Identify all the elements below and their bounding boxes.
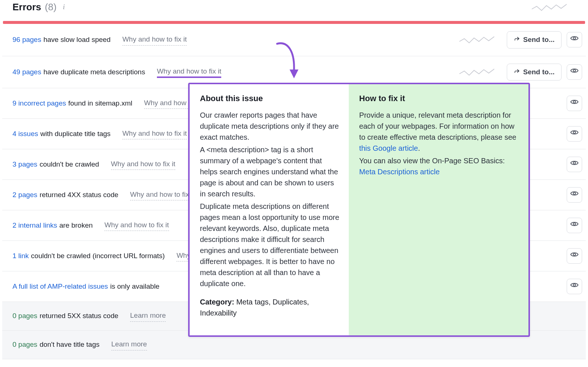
why-how-fix-link[interactable]: Why and how to fix it: [122, 128, 187, 140]
row-actions: [567, 96, 582, 111]
about-p2: A <meta description> tag is a short summ…: [200, 144, 339, 199]
svg-point-2: [573, 101, 576, 103]
eye-icon: [570, 158, 579, 171]
eye-icon: [570, 66, 579, 78]
issue-description: don't have title tags: [40, 339, 100, 350]
issue-count-link[interactable]: 49 pages: [12, 67, 41, 78]
row-actions: [567, 157, 582, 172]
issue-count-link[interactable]: 9 incorrect pages: [12, 98, 66, 109]
issue-count-link[interactable]: A full list of AMP-related issues: [12, 281, 108, 292]
issue-count-link[interactable]: 2 pages: [12, 190, 37, 200]
popover-fix: How to fix it Provide a unique, relevant…: [349, 84, 528, 335]
issue-description: couldn't be crawled (incorrect URL forma…: [31, 251, 165, 261]
row-actions: [567, 187, 582, 203]
visibility-toggle-button[interactable]: [567, 126, 582, 142]
about-heading: About this issue: [200, 92, 339, 104]
eye-icon: [570, 220, 579, 232]
why-how-fix-link[interactable]: Why and how to fix it: [157, 66, 221, 78]
visibility-toggle-button[interactable]: [567, 248, 582, 264]
errors-title: Errors: [12, 0, 41, 14]
errors-header: Errors (8) i: [2, 0, 586, 21]
eye-icon: [570, 128, 579, 140]
fix-p2: You can also view the On-Page SEO Basics…: [359, 155, 519, 177]
google-article-link[interactable]: this Google article: [359, 144, 418, 152]
send-to-button[interactable]: Send to...: [507, 31, 562, 49]
issue-count-link[interactable]: 2 internal links: [12, 220, 57, 231]
send-to-label: Send to...: [523, 67, 555, 78]
header-sparkline: [532, 2, 567, 13]
eye-icon: [570, 250, 579, 262]
issue-popover: About this issue Our crawler reports pag…: [188, 83, 530, 337]
issue-description: returned 4XX status code: [40, 190, 118, 200]
why-how-fix-link[interactable]: Why and how to fix it: [111, 159, 175, 170]
svg-point-8: [573, 284, 576, 286]
visibility-toggle-button[interactable]: [567, 32, 582, 47]
issue-description: returned 5XX status code: [40, 311, 118, 321]
errors-count: (8): [45, 0, 57, 14]
svg-point-5: [573, 192, 576, 195]
eye-icon: [570, 34, 579, 46]
trend-sparkline: [459, 67, 494, 78]
issue-description: have slow load speed: [43, 35, 111, 45]
svg-point-7: [573, 253, 576, 256]
issue-count-link[interactable]: 4 issues: [12, 129, 38, 139]
row-actions: Send to...: [507, 64, 582, 81]
issue-count-link[interactable]: 1 link: [12, 251, 29, 261]
row-actions: [567, 218, 582, 233]
learn-more-link[interactable]: Learn more: [111, 339, 147, 350]
svg-point-1: [573, 70, 576, 72]
visibility-toggle-button[interactable]: [567, 64, 582, 80]
visibility-toggle-button[interactable]: [567, 218, 582, 233]
send-to-label: Send to...: [523, 35, 555, 45]
popover-about: About this issue Our crawler reports pag…: [190, 84, 349, 335]
send-icon: [514, 35, 520, 45]
issue-count-link[interactable]: 96 pages: [12, 35, 41, 45]
svg-point-4: [573, 162, 576, 164]
issue-count-link[interactable]: 0 pages: [12, 339, 37, 350]
fix-heading: How to fix it: [359, 92, 519, 104]
issue-count-link[interactable]: 0 pages: [12, 311, 37, 321]
visibility-toggle-button[interactable]: [567, 96, 582, 111]
svg-point-3: [573, 131, 576, 133]
eye-icon: [570, 189, 579, 201]
visibility-toggle-button[interactable]: [567, 279, 582, 294]
visibility-toggle-button[interactable]: [567, 187, 582, 203]
row-actions: [567, 279, 582, 294]
info-icon[interactable]: i: [60, 4, 68, 11]
trend-sparkline: [459, 34, 494, 45]
row-actions: [567, 126, 582, 142]
svg-point-0: [573, 37, 576, 39]
about-category: Category: Meta tags, Duplicates, Indexab…: [200, 296, 339, 318]
row-actions: Send to...: [507, 31, 582, 49]
row-actions: [567, 248, 582, 264]
meta-descriptions-article-link[interactable]: Meta Descriptions article: [359, 168, 440, 176]
why-how-fix-link[interactable]: Why and how to fix it: [104, 220, 169, 231]
send-icon: [514, 67, 520, 78]
why-how-fix-link[interactable]: Why and how to fix it: [130, 189, 194, 201]
issue-description: found in sitemap.xml: [68, 98, 132, 109]
visibility-toggle-button[interactable]: [567, 157, 582, 172]
about-p1: Our crawler reports pages that have dupl…: [200, 110, 339, 143]
why-how-fix-link[interactable]: Why and how to fix it: [122, 34, 187, 46]
issue-description: couldn't be crawled: [40, 159, 99, 170]
issue-description: is only available: [110, 281, 159, 292]
send-to-button[interactable]: Send to...: [507, 64, 562, 81]
learn-more-link[interactable]: Learn more: [130, 310, 166, 322]
svg-point-6: [573, 223, 576, 225]
eye-icon: [570, 97, 579, 110]
issue-description: with duplicate title tags: [40, 129, 111, 139]
issue-description: have duplicate meta descriptions: [43, 67, 145, 78]
issue-description: are broken: [59, 220, 93, 231]
error-severity-bar: [3, 21, 585, 24]
eye-icon: [570, 281, 579, 293]
about-p3: Duplicate meta descriptions on different…: [200, 201, 339, 289]
issue-count-link[interactable]: 3 pages: [12, 159, 37, 170]
fix-p1: Provide a unique, relevant meta descript…: [359, 110, 519, 154]
error-row: 96 pages have slow load speedWhy and how…: [2, 24, 586, 56]
